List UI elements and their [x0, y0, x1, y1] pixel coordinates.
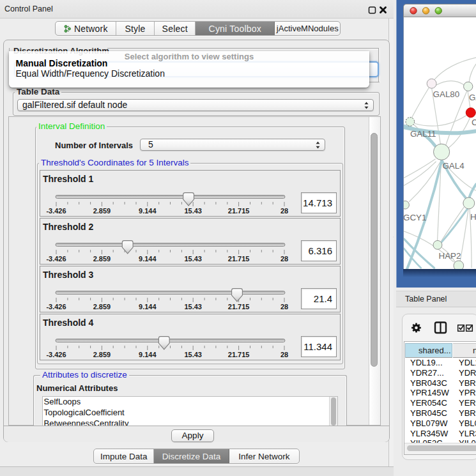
svg-text:28: 28 [280, 207, 288, 215]
svg-text:2.859: 2.859 [93, 351, 111, 358]
svg-text:GA: GA [469, 93, 476, 102]
svg-text:21.715: 21.715 [228, 207, 250, 215]
svg-text:21.715: 21.715 [228, 255, 250, 263]
svg-text:GCY1: GCY1 [403, 213, 426, 222]
svg-text:2.859: 2.859 [93, 255, 111, 263]
svg-text:H: H [470, 212, 476, 222]
svg-text:9.144: 9.144 [139, 351, 157, 358]
svg-text:GAL11: GAL11 [410, 129, 436, 139]
svg-text:-3.426: -3.426 [46, 207, 66, 215]
svg-text:GAL80: GAL80 [433, 89, 460, 99]
svg-text:9.144: 9.144 [139, 303, 157, 311]
svg-text:9.144: 9.144 [139, 255, 157, 263]
svg-text:15.43: 15.43 [184, 207, 202, 215]
svg-text:21.715: 21.715 [228, 351, 250, 358]
svg-text:15.43: 15.43 [184, 255, 202, 263]
svg-text:-3.426: -3.426 [46, 351, 66, 358]
svg-text:21.715: 21.715 [228, 303, 250, 311]
svg-text:HAP2: HAP2 [439, 251, 461, 261]
svg-text:C: C [472, 118, 476, 127]
svg-text:28: 28 [280, 303, 288, 311]
svg-text:15.43: 15.43 [184, 351, 202, 358]
svg-text:28: 28 [280, 255, 288, 263]
svg-text:9.144: 9.144 [139, 207, 157, 215]
svg-text:2.859: 2.859 [93, 207, 111, 215]
svg-text:28: 28 [280, 351, 288, 358]
svg-text:GAL4: GAL4 [442, 161, 464, 171]
svg-text:15.43: 15.43 [184, 303, 202, 311]
svg-text:-3.426: -3.426 [46, 255, 66, 263]
svg-text:2.859: 2.859 [93, 303, 111, 311]
svg-text:-3.426: -3.426 [46, 303, 66, 311]
